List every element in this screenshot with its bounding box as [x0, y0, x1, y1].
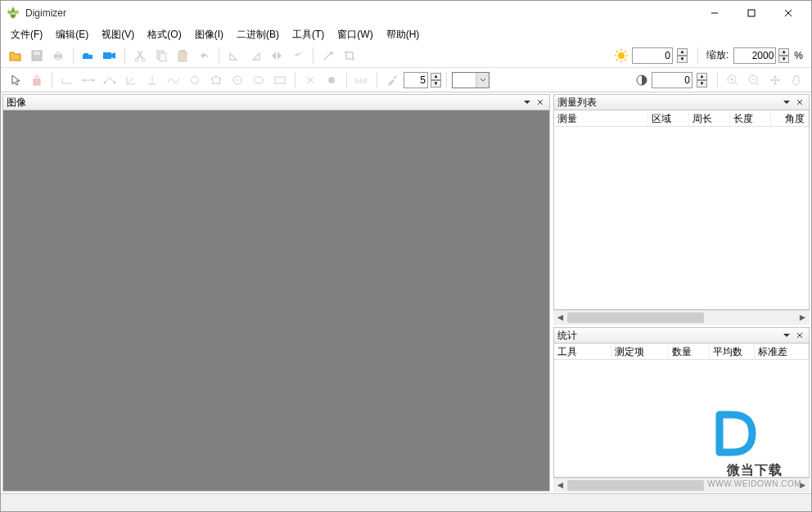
svg-rect-5: [34, 52, 40, 55]
contrast-input[interactable]: 0: [652, 72, 692, 88]
stats-table[interactable]: 工具 测定项 数量 平均数 标准差: [553, 344, 810, 478]
zoom-input[interactable]: 2000: [733, 47, 776, 64]
segment-icon[interactable]: [100, 70, 120, 90]
svg-line-24: [625, 51, 626, 52]
measurements-panel-title: 测量列表: [557, 96, 779, 110]
rectangle-icon[interactable]: [270, 70, 290, 90]
col-item[interactable]: 测定项: [611, 344, 669, 359]
ellipse-icon[interactable]: [249, 70, 268, 90]
copy-icon[interactable]: [151, 46, 171, 65]
linewidth-down[interactable]: ▼: [431, 80, 441, 88]
col-tool[interactable]: 工具: [554, 344, 611, 359]
color-select[interactable]: [452, 72, 489, 88]
maximize-button[interactable]: [733, 2, 769, 25]
undo-icon[interactable]: [194, 46, 214, 65]
brightness-up[interactable]: ▲: [677, 48, 688, 56]
lock-icon[interactable]: [27, 70, 47, 90]
rotate-left-icon[interactable]: [224, 46, 244, 65]
col-measure[interactable]: 测量: [554, 110, 648, 126]
svg-line-25: [616, 59, 618, 61]
col-stddev[interactable]: 标准差: [755, 344, 809, 359]
camera-icon[interactable]: [100, 46, 120, 65]
zoom-up[interactable]: ▲: [778, 48, 789, 56]
col-angle[interactable]: 角度: [771, 110, 809, 126]
close-button[interactable]: [769, 2, 806, 25]
eyedropper-icon[interactable]: [382, 70, 402, 90]
menu-file[interactable]: 文件(F): [4, 26, 49, 43]
minimize-button[interactable]: [696, 2, 733, 25]
wand-icon[interactable]: [318, 46, 338, 65]
panel-menu-icon[interactable]: [781, 330, 792, 341]
pointer-icon[interactable]: [6, 70, 25, 90]
ruler-icon[interactable]: [352, 70, 372, 90]
zoom-down[interactable]: ▼: [778, 56, 789, 63]
col-area[interactable]: 区域: [648, 110, 689, 126]
contrast-group: 0 ▲▼: [630, 72, 712, 88]
cut-icon[interactable]: [130, 46, 150, 65]
menu-edit[interactable]: 编辑(E): [49, 26, 95, 43]
app-logo-icon: [6, 6, 20, 20]
col-count[interactable]: 数量: [669, 344, 710, 359]
stats-panel: 统计 工具 测定项 数量 平均数 标准差 ◄►: [553, 327, 810, 492]
crop-icon[interactable]: [340, 46, 359, 65]
linewidth-up[interactable]: ▲: [431, 73, 441, 80]
angle-icon[interactable]: [121, 70, 141, 90]
menu-view[interactable]: 视图(V): [95, 26, 141, 43]
menu-help[interactable]: 帮助(H): [380, 26, 426, 43]
image-panel: 图像: [2, 94, 550, 492]
open-icon[interactable]: [6, 46, 25, 65]
line-icon[interactable]: [79, 70, 98, 90]
image-canvas[interactable]: [2, 110, 550, 492]
paste-icon[interactable]: [173, 46, 192, 65]
measurements-hscroll[interactable]: ◄►: [553, 310, 810, 324]
panel-close-icon[interactable]: [794, 330, 805, 341]
menu-format[interactable]: 格式(O): [141, 26, 187, 43]
stats-hscroll[interactable]: ◄►: [553, 478, 810, 492]
svg-line-22: [616, 51, 618, 52]
contrast-up[interactable]: ▲: [697, 73, 707, 80]
rotate-right-icon[interactable]: [246, 46, 265, 65]
image-panel-title: 图像: [7, 96, 520, 110]
menu-image[interactable]: 图像(I): [188, 26, 230, 43]
linewidth-input[interactable]: 5: [404, 72, 428, 88]
path-icon[interactable]: [164, 70, 183, 90]
contrast-down[interactable]: ▼: [697, 80, 707, 88]
svg-point-38: [212, 83, 214, 84]
zoom-out-icon[interactable]: [744, 70, 764, 90]
panel-close-icon[interactable]: [794, 97, 805, 108]
closed-path-icon[interactable]: [185, 70, 205, 90]
col-perimeter[interactable]: 周长: [689, 110, 730, 126]
acquire-icon[interactable]: [79, 46, 98, 65]
stats-panel-header: 统计: [553, 327, 810, 344]
col-length[interactable]: 长度: [730, 110, 771, 126]
panel-menu-icon[interactable]: [521, 97, 533, 108]
measurements-table[interactable]: 测量 区域 周长 长度 角度: [553, 110, 810, 310]
perpendicular-icon[interactable]: [142, 70, 162, 90]
brightness-input[interactable]: 0: [632, 47, 673, 64]
save-icon[interactable]: [27, 46, 47, 65]
separator: [219, 47, 219, 64]
menu-binary[interactable]: 二进制(B): [230, 26, 286, 43]
panel-close-icon[interactable]: [535, 97, 546, 108]
brightness-down[interactable]: ▼: [677, 56, 688, 63]
panel-menu-icon[interactable]: [781, 97, 792, 108]
marker-dot-icon[interactable]: [322, 70, 341, 90]
separator: [73, 47, 74, 64]
menu-tools[interactable]: 工具(T): [286, 26, 331, 43]
separator: [717, 72, 718, 88]
print-icon[interactable]: [48, 46, 68, 65]
move-icon[interactable]: [765, 70, 785, 90]
length-icon[interactable]: [57, 70, 77, 90]
menu-window[interactable]: 窗口(W): [331, 26, 379, 43]
marker-x-icon[interactable]: [300, 70, 320, 90]
separator: [446, 72, 447, 88]
col-mean[interactable]: 平均数: [710, 344, 755, 359]
flip-v-icon[interactable]: [288, 46, 308, 65]
title-bar: Digimizer: [1, 1, 811, 25]
hand-icon[interactable]: [787, 70, 806, 90]
flip-h-icon[interactable]: [267, 46, 286, 65]
circle-icon[interactable]: [228, 70, 247, 90]
polygon-icon[interactable]: [206, 70, 226, 90]
svg-point-17: [618, 52, 625, 59]
zoom-in-icon[interactable]: [723, 70, 742, 90]
